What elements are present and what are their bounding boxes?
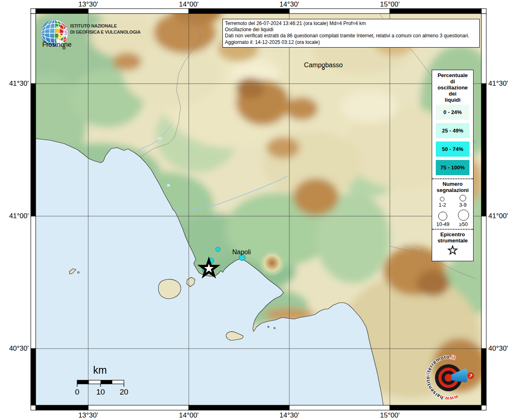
axis-right-41-00: 41°00': [488, 212, 515, 220]
scalebar-tick-0: 0: [69, 388, 85, 397]
title-line-updated: Aggiornato il: 14-12-2025 03:12 (ora loc…: [225, 39, 477, 46]
city-label-campobasso: Campobasso: [304, 62, 343, 69]
city-label-frosinone: Frosinone: [42, 41, 71, 48]
legend-count-row2: 10-49 ≥50: [432, 210, 473, 227]
ingv-name-line2: DI GEOFISICA E VULCANOLOGIA: [70, 29, 140, 35]
legend-title-l5: liquidi: [432, 97, 473, 103]
axis-left-40-30: 40°30': [5, 345, 29, 353]
axis-bottom-15-00: 15°00': [374, 411, 405, 420]
legend-count-1-2: 1-2: [439, 197, 446, 208]
ingv-name: ISTITUTO NAZIONALE DI GEOFISICA E VULCAN…: [70, 23, 140, 35]
legend-count-10-49: 10-49: [436, 212, 449, 227]
legend-swatch-25-49: 25 - 49%: [436, 123, 469, 138]
legend-swatch-label: 0 - 24%: [444, 109, 462, 115]
legend-star-icon: [446, 244, 459, 255]
report-dot: [216, 247, 220, 252]
legend-swatch-label: 50 - 74%: [442, 146, 463, 152]
vesuvius-relief: [258, 249, 286, 277]
legend-swatch-50-74: 50 - 74%: [436, 142, 469, 157]
axis-top-13-30: 13°30': [73, 0, 104, 9]
lake: [167, 184, 170, 187]
axis-bottom-14-00: 14°00': [173, 411, 204, 420]
legend-swatch-0-24: 0 - 24%: [436, 105, 469, 120]
legend-count-title-l2: segnalazioni: [432, 187, 473, 193]
scalebar-tick-20: 20: [116, 388, 132, 397]
axis-left-41-00: 41°00': [5, 212, 29, 220]
legend-swatch-75-100: 75 - 100%: [436, 160, 469, 175]
count-label: 10-49: [436, 221, 449, 227]
lake: [158, 137, 162, 140]
legend-title-l2: di: [432, 78, 473, 84]
title-line-source: Dati non verificati estratti da 86 quest…: [225, 33, 477, 39]
city-label-napoli: Napoli: [232, 249, 251, 256]
count-label: 3-9: [459, 202, 467, 208]
legend-swatch-label: 25 - 49%: [442, 128, 463, 134]
count-circle-icon: [438, 212, 447, 221]
count-label: 1-2: [439, 202, 446, 208]
legend-count-3-9: 3-9: [459, 195, 467, 208]
legend-divider: [432, 229, 473, 230]
axis-top-15-00: 15°00': [374, 0, 405, 9]
title-line-effect: Oscillazione dei liquidi: [225, 27, 477, 33]
axis-right-40-30: 40°30': [488, 345, 515, 353]
ingv-name-line1: ISTITUTO NAZIONALE: [70, 23, 140, 29]
legend-title-l3: oscillazione: [432, 84, 473, 91]
scalebar-unit: km: [93, 364, 107, 376]
axis-left-41-30: 41°30': [5, 80, 29, 88]
count-circle-icon: [440, 197, 444, 201]
legend-epicenter-title-l2: strumentale: [432, 237, 473, 244]
axis-right-41-30: 41°30': [488, 80, 515, 88]
legend-epicenter-title-l1: Epicentro: [432, 231, 473, 237]
legend-count-row1: 1-2 3-9: [432, 195, 473, 208]
legend-count-50plus: ≥50: [458, 210, 469, 227]
legend-count-title: Numero segnalazioni: [432, 181, 473, 193]
count-circle-icon: [460, 195, 466, 201]
scalebar-tick-10: 10: [92, 388, 109, 397]
legend-title-l1: Percentuale: [432, 72, 473, 78]
legend-swatch-label: 75 - 100%: [440, 164, 465, 171]
axis-bottom-14-30: 14°30': [274, 411, 305, 420]
axis-top-14-00: 14°00': [173, 0, 204, 9]
map-page: ? www.haisentitoilterremoto.it: [0, 0, 515, 420]
axis-top-14-30: 14°30': [274, 0, 305, 9]
legend: Percentuale di oscillazione dei liquidi …: [432, 70, 474, 261]
legend-epicenter-title: Epicentro strumentale: [432, 231, 473, 244]
title-box: Terremoto del 26-07-2024 13:46:21 (ora l…: [222, 19, 480, 48]
legend-percent-title: Percentuale di oscillazione dei liquidi: [432, 72, 473, 103]
legend-count-title-l1: Numero: [432, 181, 473, 187]
legend-title-l4: dei: [432, 91, 473, 97]
count-label: ≥50: [459, 221, 468, 227]
legend-divider: [432, 178, 473, 179]
axis-bottom-13-30: 13°30': [73, 411, 104, 420]
count-circle-icon: [458, 210, 469, 221]
title-line-event: Terremoto del 26-07-2024 13:46:21 (ora l…: [225, 21, 477, 27]
